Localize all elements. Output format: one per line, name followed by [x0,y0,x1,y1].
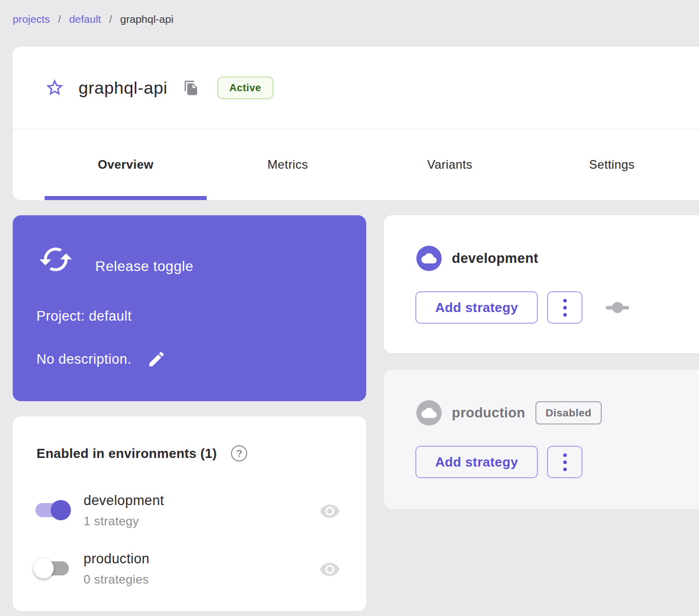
environment-menu-button[interactable] [547,446,582,478]
edit-description-button[interactable] [147,350,166,369]
feature-tabs: Overview Metrics Variants Settings [45,129,693,200]
production-toggle[interactable] [35,561,69,575]
release-toggle-card: Release toggle Project: default No descr… [13,215,366,401]
environment-strategy-count: 1 strategy [84,514,139,528]
release-loop-icon [38,242,73,277]
copy-name-button[interactable] [183,80,199,96]
environment-card-production: production Disabled Add strategy [384,370,699,509]
environment-card-development: development Add strategy [384,215,699,353]
breadcrumb-current: graphql-api [120,13,173,25]
copy-icon [183,80,199,96]
breadcrumb: projects / default / graphql-api [13,13,173,25]
feature-title-row: graphql-api Active [13,47,699,129]
breadcrumb-default-link[interactable]: default [69,13,101,25]
add-strategy-button[interactable]: Add strategy [415,291,538,324]
tab-settings[interactable]: Settings [531,129,693,200]
project-label: Project: default [36,309,132,324]
description-row: No description. [36,350,166,369]
tab-metrics[interactable]: Metrics [207,129,369,200]
environment-strategy-count: 0 strategies [84,572,149,587]
environment-name: development [452,251,538,266]
environment-row-name: production [84,551,149,567]
breadcrumb-separator: / [109,13,112,25]
active-tab-indicator [45,196,207,200]
kebab-menu-icon [563,299,567,302]
status-badge: Active [217,76,274,99]
pencil-icon [147,350,166,369]
breadcrumb-separator: / [58,13,61,25]
toggle-type-label: Release toggle [95,258,193,275]
environment-toggle[interactable] [606,301,629,314]
environment-menu-button[interactable] [547,291,582,324]
description-text: No description. [36,352,132,367]
development-toggle[interactable] [35,503,69,517]
environment-row-name: development [84,493,164,509]
breadcrumb-projects-link[interactable]: projects [13,13,50,25]
environment-row-production: production 0 strategies [13,550,366,596]
environment-header: production Disabled [416,400,602,426]
enabled-environments-panel: Enabled in environments (1) ? developmen… [13,416,366,611]
panel-title-row: Enabled in environments (1) ? [36,445,247,461]
kebab-menu-icon [563,453,567,457]
favorite-button[interactable] [45,78,65,98]
environment-row-development: development 1 strategy [13,491,366,538]
feature-header-card: graphql-api Active Overview Metrics Vari… [13,47,699,200]
panel-title: Enabled in environments (1) [36,446,217,461]
cloud-icon [416,246,442,271]
eye-icon[interactable] [319,500,340,522]
star-outline-icon [45,78,65,98]
tab-overview[interactable]: Overview [45,129,207,200]
help-icon[interactable]: ? [231,445,247,461]
environment-header: development [416,246,538,271]
disabled-badge: Disabled [535,401,602,425]
add-strategy-button[interactable]: Add strategy [415,446,538,478]
feature-overview-page: projects / default / graphql-api graphql… [0,0,699,616]
eye-icon[interactable] [319,559,340,580]
environment-actions: Add strategy [415,446,582,478]
feature-title: graphql-api [79,78,168,98]
tab-variants[interactable]: Variants [369,129,531,200]
cloud-icon [416,400,442,426]
environment-name: production [452,405,525,421]
environment-actions: Add strategy [415,291,629,324]
